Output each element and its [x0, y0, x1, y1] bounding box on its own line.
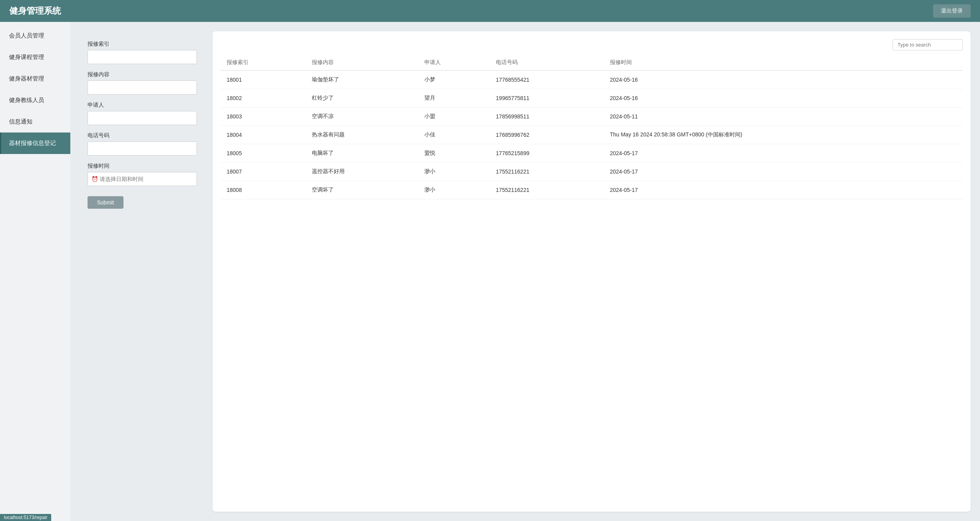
sidebar-item-coach[interactable]: 健身教练人员 — [0, 90, 70, 111]
cell-4: 2024-05-16 — [604, 70, 963, 89]
sidebar-item-repair[interactable]: 器材报修信息登记 — [0, 132, 70, 154]
table-row: 18005电脑坏了盟悦177652158992024-05-17 — [220, 144, 963, 163]
cell-0: 18002 — [220, 89, 306, 107]
app-title: 健身管理系统 — [9, 5, 61, 17]
label-phone: 电话号码 — [88, 132, 197, 139]
form-group-repair-index: 报修索引 — [88, 41, 197, 64]
table-row: 18002杠铃少了望月199657758112024-05-16 — [220, 89, 963, 107]
input-repair-time[interactable] — [88, 172, 197, 186]
input-repair-index[interactable] — [88, 50, 197, 64]
cell-4: 2024-05-11 — [604, 107, 963, 126]
cell-3: 17765215899 — [490, 144, 604, 163]
cell-1: 杠铃少了 — [306, 89, 418, 107]
cell-0: 18001 — [220, 70, 306, 89]
sidebar-item-equipment[interactable]: 健身器材管理 — [0, 68, 70, 90]
repair-table: 报修索引报修内容申请人电话号码报修时间 18001瑜伽垫坏了小梦17768555… — [220, 55, 963, 199]
label-repair-index: 报修索引 — [88, 41, 197, 48]
statusbar: localhost:5173/repair — [0, 514, 51, 521]
cell-3: 17552116221 — [490, 163, 604, 181]
datetime-wrapper: ⏰ — [88, 172, 197, 186]
table-row: 18001瑜伽垫坏了小梦177685554212024-05-16 — [220, 70, 963, 89]
label-applicant: 申请人 — [88, 102, 197, 109]
table-header — [220, 39, 963, 50]
label-repair-time: 报修时间 — [88, 163, 197, 170]
cell-4: 2024-05-17 — [604, 181, 963, 199]
statusbar-url: localhost:5173/repair — [4, 515, 47, 520]
cell-2: 小佳 — [418, 126, 490, 144]
col-header-4: 报修时间 — [604, 55, 963, 70]
cell-1: 瑜伽垫坏了 — [306, 70, 418, 89]
table-row: 18004热水器有问题小佳17685996762Thu May 16 2024 … — [220, 126, 963, 144]
sidebar-item-member[interactable]: 会员人员管理 — [0, 25, 70, 47]
header: 健身管理系统 退出登录 — [0, 0, 980, 22]
cell-1: 热水器有问题 — [306, 126, 418, 144]
table-body: 18001瑜伽垫坏了小梦177685554212024-05-1618002杠铃… — [220, 70, 963, 199]
cell-3: 17856998511 — [490, 107, 604, 126]
sidebar: 会员人员管理健身课程管理健身器材管理健身教练人员信息通知器材报修信息登记 — [0, 22, 70, 521]
cell-3: 19965775811 — [490, 89, 604, 107]
cell-3: 17552116221 — [490, 181, 604, 199]
form-group-repair-time: 报修时间⏰ — [88, 163, 197, 186]
cell-2: 望月 — [418, 89, 490, 107]
cell-1: 电脑坏了 — [306, 144, 418, 163]
sidebar-item-course[interactable]: 健身课程管理 — [0, 47, 70, 68]
layout: 会员人员管理健身课程管理健身器材管理健身教练人员信息通知器材报修信息登记 报修索… — [0, 22, 980, 521]
cell-2: 小梦 — [418, 70, 490, 89]
col-header-2: 申请人 — [418, 55, 490, 70]
cell-0: 18003 — [220, 107, 306, 126]
cell-2: 小盟 — [418, 107, 490, 126]
cell-0: 18007 — [220, 163, 306, 181]
cell-3: 17685996762 — [490, 126, 604, 144]
table-header-row: 报修索引报修内容申请人电话号码报修时间 — [220, 55, 963, 70]
table-row: 18003空调不凉小盟178569985112024-05-11 — [220, 107, 963, 126]
table-row: 18007遥控器不好用渺小175521162212024-05-17 — [220, 163, 963, 181]
table-row: 18008空调坏了渺小175521162212024-05-17 — [220, 181, 963, 199]
cell-1: 空调不凉 — [306, 107, 418, 126]
cell-2: 渺小 — [418, 163, 490, 181]
input-repair-content[interactable] — [88, 81, 197, 95]
sidebar-item-notification[interactable]: 信息通知 — [0, 111, 70, 132]
cell-3: 17768555421 — [490, 70, 604, 89]
cell-1: 遥控器不好用 — [306, 163, 418, 181]
main-content: 报修索引报修内容申请人电话号码报修时间⏰Submit 报修索引报修内容申请人电话… — [70, 22, 980, 521]
col-header-3: 电话号码 — [490, 55, 604, 70]
col-header-1: 报修内容 — [306, 55, 418, 70]
input-phone[interactable] — [88, 141, 197, 156]
col-header-0: 报修索引 — [220, 55, 306, 70]
table-panel: 报修索引报修内容申请人电话号码报修时间 18001瑜伽垫坏了小梦17768555… — [213, 31, 971, 512]
cell-0: 18005 — [220, 144, 306, 163]
submit-button[interactable]: Submit — [88, 196, 123, 209]
cell-4: Thu May 16 2024 20:58:38 GMT+0800 (中国标准时… — [604, 126, 963, 144]
input-applicant[interactable] — [88, 111, 197, 125]
cell-0: 18004 — [220, 126, 306, 144]
form-group-applicant: 申请人 — [88, 102, 197, 125]
cell-4: 2024-05-17 — [604, 163, 963, 181]
cell-4: 2024-05-16 — [604, 89, 963, 107]
logout-button[interactable]: 退出登录 — [933, 4, 971, 18]
label-repair-content: 报修内容 — [88, 71, 197, 78]
search-input[interactable] — [892, 39, 963, 50]
form-group-phone: 电话号码 — [88, 132, 197, 156]
form-group-repair-content: 报修内容 — [88, 71, 197, 95]
cell-4: 2024-05-17 — [604, 144, 963, 163]
table-head: 报修索引报修内容申请人电话号码报修时间 — [220, 55, 963, 70]
clock-icon: ⏰ — [91, 176, 98, 182]
form-panel: 报修索引报修内容申请人电话号码报修时间⏰Submit — [80, 31, 205, 512]
cell-2: 盟悦 — [418, 144, 490, 163]
cell-2: 渺小 — [418, 181, 490, 199]
cell-0: 18008 — [220, 181, 306, 199]
cell-1: 空调坏了 — [306, 181, 418, 199]
